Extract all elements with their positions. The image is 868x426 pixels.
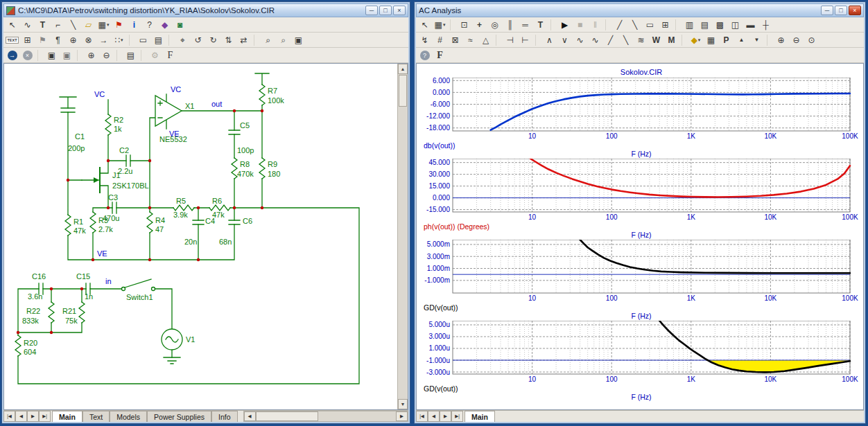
cursor-mode-icon[interactable]: +: [472, 18, 487, 32]
show-text-icon[interactable]: ¶: [51, 33, 65, 47]
node-vc[interactable]: VC: [94, 90, 105, 98]
graph-object-icon[interactable]: ▦▾: [433, 18, 447, 32]
label-c1-value[interactable]: 200p: [68, 144, 85, 152]
copy-region-icon[interactable]: ▣: [60, 48, 74, 62]
next-tab-button[interactable]: ▶: [440, 411, 451, 422]
first-tab-button[interactable]: |◀: [3, 411, 15, 422]
label-v1[interactable]: V1: [186, 335, 195, 344]
label-c15[interactable]: C15: [76, 272, 90, 281]
switch-lever[interactable]: [125, 279, 151, 287]
label-r21[interactable]: R21: [62, 307, 76, 315]
watch-icon[interactable]: ▩: [713, 18, 727, 32]
vertical-scrollbar[interactable]: ▲ ▼: [397, 64, 408, 409]
label-c5-value[interactable]: 100p: [237, 146, 254, 154]
tab-main[interactable]: Main: [465, 411, 495, 422]
waveform-list-icon[interactable]: ▤: [697, 18, 712, 32]
last-tab-button[interactable]: ▶|: [451, 411, 463, 422]
exit-analysis-icon[interactable]: ⊠: [448, 33, 462, 47]
node-ve[interactable]: VE: [169, 130, 180, 138]
vertical-tag-icon[interactable]: ║: [503, 18, 517, 32]
schematic-titlebar[interactable]: C:\MC9\DATA\Petrov\switching distortion\…: [3, 3, 408, 17]
sheet-border-icon[interactable]: ▭: [136, 33, 150, 47]
label-c6-value[interactable]: 68n: [219, 238, 232, 246]
label-c1[interactable]: C1: [75, 132, 85, 141]
performance-icon[interactable]: P: [719, 33, 734, 47]
label-c4[interactable]: C4: [205, 217, 215, 225]
maximize-button[interactable]: □: [379, 6, 392, 15]
label-r8[interactable]: R8: [240, 160, 250, 168]
smooth-icon[interactable]: ≈: [463, 33, 478, 47]
scrollbar-thumb[interactable]: [256, 411, 318, 421]
sine-shape-icon[interactable]: ∿: [588, 33, 602, 47]
label-r7[interactable]: R7: [268, 87, 277, 95]
opamp-x1[interactable]: [155, 96, 182, 126]
wave-m-icon[interactable]: M: [664, 33, 679, 47]
grid-settings-icon-dropdown[interactable]: ▾: [121, 37, 123, 43]
flip-horizontal-icon[interactable]: ⇄: [236, 33, 251, 47]
label-r6[interactable]: R6: [212, 197, 222, 205]
label-c15-value[interactable]: 1n: [85, 292, 93, 301]
step-box-icon[interactable]: →: [96, 33, 111, 47]
graphics-mode-icon[interactable]: ▱: [81, 18, 96, 32]
close-button[interactable]: ×: [849, 6, 861, 15]
prev-tab-button[interactable]: ◀: [15, 411, 27, 422]
label-x1[interactable]: X1: [185, 102, 194, 110]
show-pins-icon[interactable]: ⊕: [66, 33, 80, 47]
analysis-titlebar[interactable]: AC Analysis ─□×: [416, 3, 864, 17]
last-tab-button[interactable]: ▶|: [39, 411, 51, 422]
text-mode-icon[interactable]: T: [533, 18, 548, 32]
help-point-icon[interactable]: ?: [417, 48, 432, 62]
minimize-button[interactable]: ─: [365, 6, 378, 15]
trace-label-gd1[interactable]: GD(v(out)): [419, 303, 458, 312]
stop-circle-icon[interactable]: ×: [20, 48, 35, 62]
first-tab-button[interactable]: |◀: [416, 411, 428, 422]
node-in[interactable]: in: [105, 277, 112, 285]
minimize-button[interactable]: ─: [821, 6, 833, 15]
horizontal-scrollbar[interactable]: ◀ ▶: [243, 411, 408, 422]
split-vertical-icon[interactable]: ▬: [743, 18, 758, 32]
label-r22[interactable]: R22: [26, 307, 40, 315]
find-icon[interactable]: ⌕: [261, 33, 275, 47]
label-r4-value[interactable]: 47: [155, 225, 164, 233]
cursor-right-icon[interactable]: ⊢: [518, 33, 532, 47]
scroll-up-button[interactable]: ▲: [398, 64, 408, 74]
switch-terminal[interactable]: [152, 287, 155, 291]
label-c3[interactable]: C3: [108, 193, 118, 202]
scrollbar-track[interactable]: [318, 411, 396, 421]
close-button[interactable]: ×: [393, 6, 406, 15]
flag-mode-icon[interactable]: ⚑: [112, 18, 126, 32]
plot-canvas-gd1[interactable]: 5.000m3.000m1.000m-1.000m101001K10K100K: [419, 240, 863, 303]
grid-settings-icon[interactable]: ∷▾: [112, 33, 126, 47]
label-branches-icon-dropdown[interactable]: ▾: [698, 37, 701, 43]
text-mode-icon[interactable]: T: [35, 18, 50, 32]
label-c16-value[interactable]: 3.6n: [28, 292, 42, 301]
tab-main[interactable]: Main: [52, 411, 83, 422]
panel-splitter-icon[interactable]: ┼: [758, 18, 773, 32]
tab-info[interactable]: Info: [211, 411, 238, 422]
label-r3[interactable]: R3: [98, 216, 108, 224]
font-tool-icon[interactable]: F: [433, 48, 447, 62]
find-component-icon[interactable]: ▦▾: [96, 18, 111, 32]
point-tag-icon[interactable]: ◎: [487, 18, 502, 32]
label-switch1[interactable]: Switch1: [126, 293, 153, 301]
label-r8-value[interactable]: 470k: [237, 170, 254, 178]
crosshair-icon[interactable]: ⌖: [175, 33, 190, 47]
zoom-in-icon[interactable]: ⊕: [84, 48, 98, 62]
capacitor-plates[interactable]: [39, 108, 240, 294]
label-r5-value[interactable]: 3.9k: [173, 211, 188, 219]
label-c4-value[interactable]: 20n: [184, 238, 197, 246]
color-globe-icon[interactable]: ◙: [173, 18, 187, 32]
wave-w-icon[interactable]: W: [649, 33, 663, 47]
label-r22-value[interactable]: 833k: [22, 317, 39, 325]
inflection-icon[interactable]: ∿: [573, 33, 587, 47]
optimizer-icon[interactable]: △: [478, 33, 493, 47]
copy-window-icon[interactable]: ▣: [44, 48, 59, 62]
split-horizontal-icon[interactable]: ◫: [728, 18, 743, 32]
jfet-j1-leads[interactable]: [82, 161, 108, 208]
zoom-out-icon[interactable]: ⊖: [99, 48, 114, 62]
label-r9[interactable]: R9: [268, 160, 277, 168]
diagonal-wire-icon[interactable]: ╲: [66, 18, 80, 32]
model-editor-icon[interactable]: ⚙: [148, 48, 162, 62]
select-mode-icon[interactable]: ↖: [417, 18, 432, 32]
resistor-symbols[interactable]: [15, 85, 265, 356]
